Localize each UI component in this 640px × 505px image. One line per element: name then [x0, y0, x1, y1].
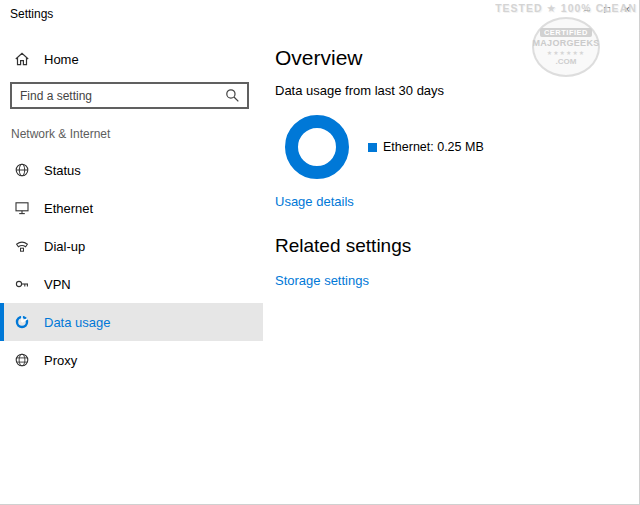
sidebar: Home Network & Internet Status Ether — [0, 28, 263, 505]
sidebar-item-dialup[interactable]: Dial-up — [0, 227, 263, 265]
ethernet-icon — [14, 200, 30, 216]
maximize-icon: □ — [604, 4, 610, 15]
sidebar-item-label: Proxy — [44, 353, 77, 368]
status-icon — [14, 162, 30, 178]
sidebar-item-label: Dial-up — [44, 239, 85, 254]
sidebar-item-data-usage[interactable]: Data usage — [0, 303, 263, 341]
legend-ethernet-swatch — [368, 143, 377, 152]
vpn-icon — [14, 276, 30, 292]
minimize-icon: – — [584, 4, 590, 15]
close-button[interactable]: × — [617, 0, 637, 18]
window-controls: – □ × — [577, 0, 637, 18]
storage-settings-link[interactable]: Storage settings — [275, 273, 369, 288]
minimize-button[interactable]: – — [577, 0, 597, 18]
data-usage-chart-row: Ethernet: 0.25 MB — [285, 115, 639, 179]
sidebar-item-label: Status — [44, 163, 81, 178]
data-usage-subtitle: Data usage from last 30 days — [275, 83, 639, 98]
search-icon[interactable] — [225, 88, 240, 103]
sidebar-item-label: Ethernet — [44, 201, 93, 216]
close-icon: × — [624, 4, 630, 15]
proxy-icon — [14, 352, 30, 368]
sidebar-item-ethernet[interactable]: Ethernet — [0, 189, 263, 227]
window-title: Settings — [10, 7, 53, 21]
search-box — [10, 82, 249, 109]
legend-ethernet-label: Ethernet: 0.25 MB — [383, 140, 484, 154]
related-settings-heading: Related settings — [275, 235, 639, 257]
sidebar-section-header: Network & Internet — [11, 127, 263, 141]
sidebar-item-status[interactable]: Status — [0, 151, 263, 189]
usage-details-link[interactable]: Usage details — [275, 194, 354, 209]
data-usage-donut-chart — [285, 115, 349, 179]
chart-legend: Ethernet: 0.25 MB — [368, 140, 484, 154]
sidebar-item-home[interactable]: Home — [0, 40, 263, 78]
home-icon — [14, 51, 30, 67]
sidebar-item-label: VPN — [44, 277, 71, 292]
settings-window: Settings – □ × TESTED ★ 100% CLEAN CERTI… — [0, 0, 640, 505]
search-input[interactable] — [12, 84, 247, 107]
data-usage-icon — [14, 314, 30, 330]
maximize-button[interactable]: □ — [597, 0, 617, 18]
main-content: Overview Data usage from last 30 days Et… — [263, 28, 639, 505]
sidebar-home-label: Home — [44, 52, 79, 67]
page-title: Overview — [275, 46, 639, 70]
sidebar-item-vpn[interactable]: VPN — [0, 265, 263, 303]
sidebar-item-proxy[interactable]: Proxy — [0, 341, 263, 379]
dialup-icon — [14, 238, 30, 254]
titlebar: Settings — [0, 0, 639, 28]
sidebar-item-label: Data usage — [44, 315, 111, 330]
